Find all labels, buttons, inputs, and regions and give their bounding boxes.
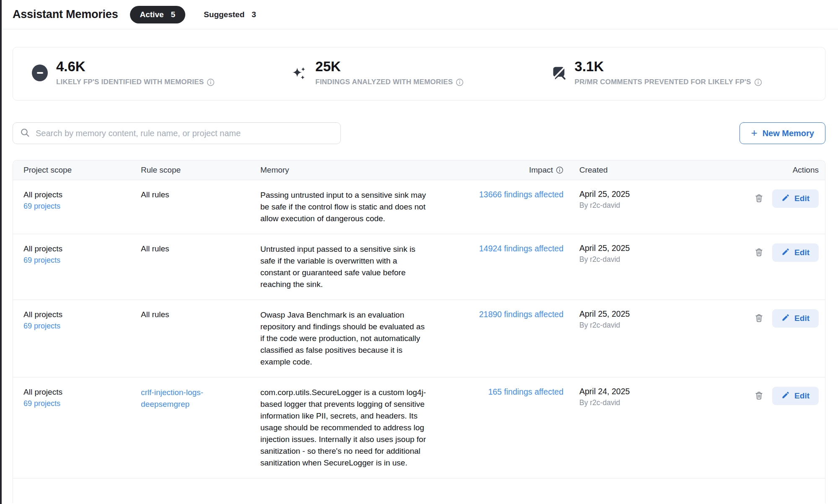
pencil-icon <box>781 194 790 204</box>
edit-label: Edit <box>794 391 809 401</box>
col-header-impact: Impact <box>455 165 573 175</box>
created-by: By r2c-david <box>579 201 703 210</box>
cell-created: April 24, 2025 By r2c-david <box>573 377 711 478</box>
new-memory-button[interactable]: + New Memory <box>739 122 825 144</box>
edit-button[interactable]: Edit <box>772 243 819 262</box>
cell-actions: Edit <box>711 180 825 234</box>
rule-scope-text: All rules <box>141 243 232 254</box>
partial-next-row <box>13 478 825 503</box>
page-title: Assistant Memories <box>13 8 118 21</box>
minus-circle-icon <box>32 65 49 81</box>
cell-created: April 25, 2025 By r2c-david <box>573 300 711 377</box>
project-count-link[interactable]: 69 projects <box>23 202 60 211</box>
trash-icon <box>754 198 764 204</box>
col-header-project-scope: Project scope <box>13 165 130 175</box>
info-icon[interactable] <box>207 78 215 86</box>
tab-active-label: Active <box>140 10 164 19</box>
comment-off-icon <box>550 65 567 84</box>
impact-link[interactable]: 21890 findings affected <box>479 309 563 320</box>
table-row: All projects 69 projects crlf-injection-… <box>13 377 825 478</box>
cell-memory: Owasp Java Benchmark is an evaluation re… <box>250 300 455 377</box>
info-icon[interactable] <box>754 78 762 86</box>
created-by: By r2c-david <box>579 255 703 264</box>
memories-table: Project scope Rule scope Memory Impact C… <box>13 160 825 503</box>
tab-suggested-label: Suggested <box>204 10 244 19</box>
memory-text: Passing untrusted input to a sensitive s… <box>260 189 427 225</box>
cell-rule-scope: crlf-injection-logs-deepsemgrep <box>130 377 250 478</box>
delete-button[interactable] <box>752 312 765 326</box>
search-input[interactable] <box>36 129 334 138</box>
page-header: Assistant Memories Active 5 Suggested 3 <box>0 0 838 29</box>
col-header-rule-scope: Rule scope <box>130 165 250 175</box>
tab-active-count: 5 <box>171 10 176 19</box>
cell-actions: Edit <box>711 300 825 377</box>
project-count-link[interactable]: 69 projects <box>23 256 60 265</box>
search-icon <box>20 127 36 140</box>
edit-button[interactable]: Edit <box>772 387 819 405</box>
cell-impact: 165 findings affected <box>455 377 573 478</box>
trash-icon <box>754 395 764 402</box>
table-row: All projects 69 projects All rules Passi… <box>13 180 825 234</box>
created-date: April 25, 2025 <box>579 309 703 319</box>
project-count-link[interactable]: 69 projects <box>23 399 60 408</box>
search-box[interactable] <box>13 122 341 144</box>
created-by: By r2c-david <box>579 398 703 407</box>
stat-likely-fps: 4.6K LIKELY FP'S IDENTIFIED WITH MEMORIE… <box>32 58 291 100</box>
impact-link[interactable]: 14924 findings affected <box>479 243 563 254</box>
tab-suggested[interactable]: Suggested 3 <box>198 6 262 23</box>
cell-impact: 14924 findings affected <box>455 234 573 300</box>
col-header-actions: Actions <box>711 165 825 175</box>
stat-value: 4.6K <box>56 58 215 75</box>
cell-actions: Edit <box>711 234 825 300</box>
sparkles-icon <box>291 65 308 84</box>
edit-label: Edit <box>794 194 809 203</box>
stat-findings-analyzed: 25K FINDINGS ANALYZED WITH MEMORIES <box>291 58 550 100</box>
plus-icon: + <box>751 127 757 138</box>
cell-project-scope: All projects 69 projects <box>13 180 130 234</box>
cell-memory: com.corp.utils.SecureLogger is a custom … <box>250 377 455 478</box>
stat-label: PR/MR COMMENTS PREVENTED FOR LIKELY FP'S <box>575 78 751 86</box>
cell-project-scope: All projects 69 projects <box>13 300 130 377</box>
trash-icon <box>754 318 764 324</box>
memory-text: Untrusted input passed to a sensitive si… <box>260 243 427 290</box>
col-header-created: Created <box>573 165 711 175</box>
impact-link[interactable]: 165 findings affected <box>488 387 563 397</box>
tab-active[interactable]: Active 5 <box>130 6 186 23</box>
edit-label: Edit <box>794 248 809 257</box>
edit-button[interactable]: Edit <box>772 189 819 208</box>
stat-value: 25K <box>315 58 464 75</box>
pencil-icon <box>781 248 790 258</box>
delete-button[interactable] <box>752 246 765 260</box>
project-scope-text: All projects <box>23 189 122 200</box>
project-count-link[interactable]: 69 projects <box>23 322 60 331</box>
impact-link[interactable]: 13666 findings affected <box>479 189 563 200</box>
cell-project-scope: All projects 69 projects <box>13 234 130 300</box>
cell-impact: 21890 findings affected <box>455 300 573 377</box>
info-icon[interactable] <box>456 78 464 86</box>
table-row: All projects 69 projects All rules Untru… <box>13 234 825 300</box>
cell-created: April 25, 2025 By r2c-david <box>573 234 711 300</box>
stat-label: FINDINGS ANALYZED WITH MEMORIES <box>315 78 453 86</box>
edit-label: Edit <box>794 314 809 323</box>
new-memory-label: New Memory <box>763 129 814 138</box>
table-row: All projects 69 projects All rules Owasp… <box>13 300 825 377</box>
project-scope-text: All projects <box>23 243 122 254</box>
info-icon[interactable] <box>556 166 563 174</box>
delete-button[interactable] <box>752 192 765 206</box>
memory-text: Owasp Java Benchmark is an evaluation re… <box>260 309 427 368</box>
cell-rule-scope: All rules <box>130 234 250 300</box>
table-header-row: Project scope Rule scope Memory Impact C… <box>13 160 825 180</box>
stats-panel: 4.6K LIKELY FP'S IDENTIFIED WITH MEMORIE… <box>13 47 825 101</box>
cell-memory: Passing untrusted input to a sensitive s… <box>250 180 455 234</box>
delete-button[interactable] <box>752 389 765 403</box>
pencil-icon <box>781 313 790 324</box>
edit-button[interactable]: Edit <box>772 309 819 328</box>
rule-scope-text: All rules <box>141 309 232 320</box>
created-date: April 24, 2025 <box>579 387 703 396</box>
toolbar: + New Memory <box>13 122 825 144</box>
cell-impact: 13666 findings affected <box>455 180 573 234</box>
cell-actions: Edit <box>711 377 825 478</box>
created-date: April 25, 2025 <box>579 243 703 253</box>
left-edge-bar <box>0 0 2 504</box>
created-by: By r2c-david <box>579 321 703 330</box>
